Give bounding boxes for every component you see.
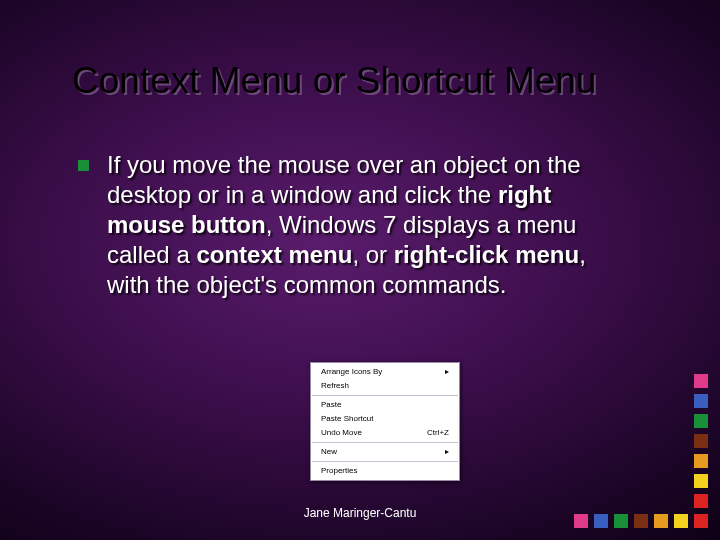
menu-item-label: Paste Shortcut bbox=[321, 415, 373, 423]
menu-item-label: Undo Move bbox=[321, 429, 362, 437]
menu-separator bbox=[312, 395, 458, 396]
menu-item: New▸ bbox=[311, 445, 459, 459]
decorative-square bbox=[614, 514, 628, 528]
text-bold: right-click menu bbox=[394, 241, 579, 268]
menu-separator bbox=[312, 461, 458, 462]
bullet-item: If you move the mouse over an object on … bbox=[78, 150, 630, 300]
menu-item-label: Refresh bbox=[321, 382, 349, 390]
submenu-arrow-icon: ▸ bbox=[445, 368, 449, 376]
decorative-squares-vertical bbox=[694, 368, 708, 508]
menu-item: Properties bbox=[311, 464, 459, 478]
decorative-square bbox=[594, 514, 608, 528]
decorative-square bbox=[654, 514, 668, 528]
text-bold: context menu bbox=[196, 241, 352, 268]
menu-item: Undo MoveCtrl+Z bbox=[311, 426, 459, 440]
decorative-square bbox=[574, 514, 588, 528]
decorative-square bbox=[694, 374, 708, 388]
decorative-square bbox=[694, 494, 708, 508]
menu-item: Refresh bbox=[311, 379, 459, 393]
text-fragment: , or bbox=[352, 241, 393, 268]
bullet-icon bbox=[78, 160, 89, 171]
context-menu-figure: Arrange Icons By▸ Refresh Paste Paste Sh… bbox=[310, 362, 460, 481]
decorative-square bbox=[694, 454, 708, 468]
slide-title: Context Menu or Shortcut Menu bbox=[72, 60, 660, 102]
decorative-square bbox=[674, 514, 688, 528]
menu-separator bbox=[312, 442, 458, 443]
menu-item-label: New bbox=[321, 448, 337, 456]
menu-item: Paste bbox=[311, 398, 459, 412]
menu-item-shortcut: Ctrl+Z bbox=[427, 429, 449, 437]
decorative-square bbox=[694, 474, 708, 488]
decorative-square bbox=[694, 394, 708, 408]
decorative-square bbox=[694, 414, 708, 428]
decorative-squares-horizontal bbox=[568, 514, 708, 528]
submenu-arrow-icon: ▸ bbox=[445, 448, 449, 456]
decorative-square bbox=[634, 514, 648, 528]
bullet-text: If you move the mouse over an object on … bbox=[107, 150, 630, 300]
decorative-square bbox=[694, 514, 708, 528]
slide: Context Menu or Shortcut Menu If you mov… bbox=[0, 0, 720, 540]
decorative-square bbox=[694, 434, 708, 448]
menu-item: Arrange Icons By▸ bbox=[311, 365, 459, 379]
menu-item-label: Arrange Icons By bbox=[321, 368, 382, 376]
menu-item-label: Properties bbox=[321, 467, 357, 475]
body-text: If you move the mouse over an object on … bbox=[78, 150, 630, 300]
menu-item-label: Paste bbox=[321, 401, 341, 409]
menu-item: Paste Shortcut bbox=[311, 412, 459, 426]
